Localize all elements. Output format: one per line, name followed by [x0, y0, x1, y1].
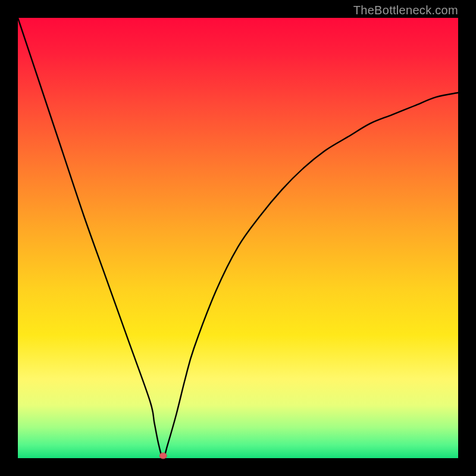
curve-layer [18, 18, 458, 458]
chart-frame: TheBottleneck.com [0, 0, 476, 476]
min-marker [159, 453, 167, 459]
bottleneck-curve [18, 18, 458, 458]
watermark-text: TheBottleneck.com [353, 4, 458, 17]
plot-area [18, 18, 458, 458]
